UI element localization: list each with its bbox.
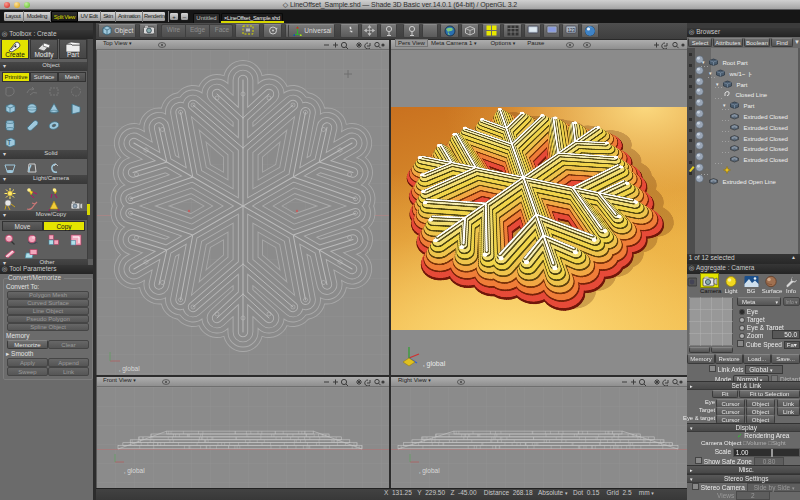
svg-text:‚ global: ‚ global	[119, 365, 140, 373]
svg-text:123: 123	[567, 28, 575, 33]
svg-text:‚ global: ‚ global	[419, 467, 440, 475]
svg-text:‚ global: ‚ global	[124, 467, 145, 475]
svg-text:‚ global: ‚ global	[423, 360, 446, 368]
svg-text:T: T	[7, 139, 12, 146]
